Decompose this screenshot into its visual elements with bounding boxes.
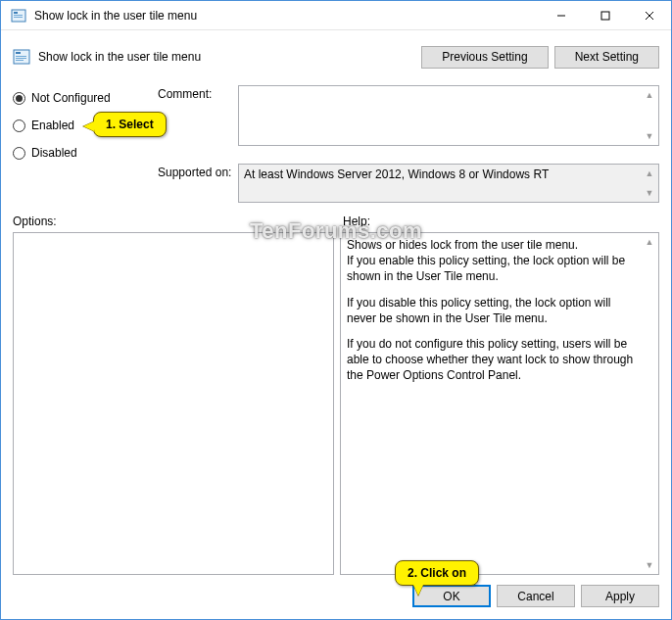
help-text: If you disable this policy setting, the … (347, 295, 639, 326)
supported-textarea: At least Windows Server 2012, Windows 8 … (238, 164, 659, 203)
svg-rect-11 (16, 58, 26, 59)
help-pane: Shows or hides lock from the user tile m… (340, 232, 659, 575)
radio-icon (13, 119, 25, 132)
radio-label: Not Configured (31, 91, 111, 105)
comment-label: Comment: (158, 85, 238, 146)
close-button[interactable] (627, 1, 671, 29)
ok-button[interactable]: OK (412, 585, 491, 607)
scroll-down-icon[interactable]: ▼ (642, 557, 657, 573)
help-label: Help: (339, 215, 659, 232)
scroll-up-icon[interactable]: ▲ (642, 87, 657, 103)
radio-not-configured[interactable]: Not Configured (13, 87, 158, 109)
comment-field-row: Comment: ▲ ▼ (158, 85, 659, 146)
minimize-icon (556, 11, 566, 21)
titlebar-text: Show lock in the user tile menu (34, 9, 539, 23)
policy-title: Show lock in the user tile menu (38, 50, 421, 64)
titlebar: Show lock in the user tile menu (1, 1, 671, 30)
scroll-down-icon[interactable]: ▼ (642, 128, 657, 144)
scroll-up-icon[interactable]: ▲ (642, 234, 657, 250)
svg-rect-3 (14, 17, 23, 18)
close-icon (645, 11, 654, 21)
policy-window-icon (11, 8, 26, 24)
annotation-callout-2: 2. Click on (395, 560, 479, 586)
svg-rect-9 (16, 52, 21, 54)
annotation-callout-1: 1. Select (93, 112, 167, 137)
supported-field-row: Supported on: At least Windows Server 20… (158, 164, 659, 203)
fields-column: Comment: ▲ ▼ Supported on: At least Wind… (158, 85, 659, 211)
maximize-icon (600, 11, 610, 21)
dialog-footer: OK Cancel Apply (13, 585, 659, 607)
dialog-body: Show lock in the user tile menu Previous… (1, 30, 671, 619)
supported-label: Supported on: (158, 164, 238, 203)
radio-group: Not Configured Enabled Disabled (13, 85, 158, 211)
help-text: Shows or hides lock from the user tile m… (347, 237, 639, 285)
radio-label: Disabled (31, 146, 77, 160)
supported-text: At least Windows Server 2012, Windows 8 … (239, 165, 658, 184)
header-row: Show lock in the user tile menu Previous… (13, 40, 659, 73)
nav-buttons: Previous Setting Next Setting (421, 46, 659, 69)
svg-rect-1 (14, 12, 18, 14)
radio-icon (13, 92, 25, 105)
cancel-button[interactable]: Cancel (497, 585, 575, 607)
radio-disabled[interactable]: Disabled (13, 142, 158, 164)
minimize-button[interactable] (539, 1, 583, 29)
options-label: Options: (13, 215, 339, 232)
radio-label: Enabled (31, 119, 74, 132)
policy-editor-window: Show lock in the user tile menu Show loc… (0, 0, 672, 620)
scroll-up-icon[interactable]: ▲ (642, 166, 657, 181)
svg-rect-5 (601, 12, 609, 20)
options-pane (13, 232, 334, 575)
maximize-button[interactable] (583, 1, 627, 29)
pane-labels: Options: Help: (13, 215, 659, 232)
svg-rect-10 (16, 56, 26, 57)
apply-button[interactable]: Apply (581, 585, 659, 607)
svg-rect-2 (14, 15, 23, 16)
comment-textarea[interactable]: ▲ ▼ (238, 85, 659, 146)
radio-icon (13, 147, 25, 160)
panes: Shows or hides lock from the user tile m… (13, 232, 659, 575)
svg-rect-12 (16, 60, 24, 61)
window-controls (539, 1, 671, 29)
policy-icon (13, 48, 30, 66)
config-area: Not Configured Enabled Disabled Comment:… (13, 85, 659, 211)
previous-setting-button[interactable]: Previous Setting (421, 46, 548, 69)
next-setting-button[interactable]: Next Setting (554, 46, 659, 69)
help-text: If you do not configure this policy sett… (347, 336, 639, 384)
scroll-down-icon[interactable]: ▼ (642, 185, 657, 201)
